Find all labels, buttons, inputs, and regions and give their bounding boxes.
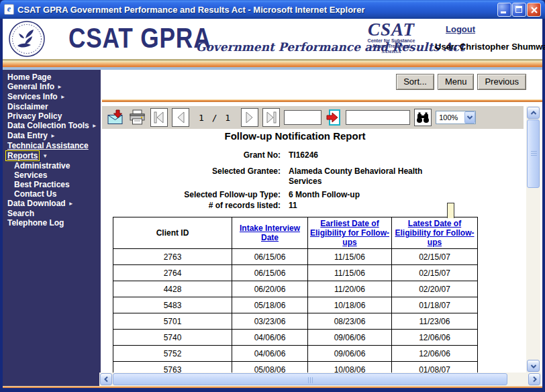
table-cell: 11/15/06 (308, 249, 392, 265)
sidebar-item-general-info[interactable]: General Info► (3, 82, 101, 92)
menu-button[interactable]: Menu (438, 74, 475, 90)
table-cell: 04/06/06 (232, 346, 308, 362)
sidebar-nav: Home PageGeneral Info►Services Info►Disc… (3, 70, 101, 386)
sidebar-item-services[interactable]: Services (3, 170, 101, 180)
page-header: CSAT GPRA Government Performance and Res… (3, 19, 542, 59)
search-button[interactable] (414, 109, 432, 126)
logout-link[interactable]: Logout (446, 24, 475, 34)
export-icon (107, 109, 125, 126)
table-row: 570103/23/0608/23/0611/23/06 (113, 313, 478, 330)
table-row: 574004/06/0609/06/0612/06/06 (113, 330, 478, 346)
column-header-intake-interview-date[interactable]: Intake Interview Date (232, 217, 308, 249)
table-row: 548305/18/0610/18/0601/18/07 (113, 297, 478, 313)
sidebar-item-home-page[interactable]: Home Page (3, 72, 101, 82)
sidebar-item-label: Data Collection Tools (7, 121, 89, 130)
sidebar-item-label: Data Download (7, 199, 66, 208)
csat-logo: CSAT Center for Substance Abuse Treatmen… (364, 21, 419, 55)
goto-page-button[interactable] (326, 109, 342, 126)
zoom-dropdown-button[interactable] (464, 111, 475, 124)
sidebar-item-label: Search (7, 209, 34, 218)
table-cell: 04/06/06 (232, 330, 308, 346)
close-icon (530, 5, 539, 15)
report-meta: Grant No:TI16246Selected Grantee:Alameda… (113, 150, 477, 211)
meta-value: Alameda County Behavioral Health Service… (289, 166, 450, 187)
zoom-select[interactable]: 100% (436, 111, 476, 124)
horizontal-scrollbar[interactable] (99, 373, 541, 386)
scroll-down-icon (530, 364, 537, 369)
sidebar-item-administrative[interactable]: Administrative (3, 161, 101, 170)
sidebar-item-services-info[interactable]: Services Info► (3, 92, 101, 102)
sidebar-item-label: General Info (7, 82, 54, 91)
vertical-scrollbar-thumb[interactable] (527, 119, 540, 188)
meta-value: 6 Month Follow-up (289, 190, 450, 200)
sidebar-item-technical-assistance[interactable]: Technical Assistance (3, 141, 101, 150)
maximize-icon (515, 6, 522, 13)
sidebar-item-search[interactable]: Search (3, 209, 101, 218)
table-row: 276406/15/0611/15/0602/15/07 (113, 265, 478, 281)
scroll-left-button[interactable] (100, 373, 112, 385)
sidebar-item-reports[interactable]: Reports▼ (3, 150, 101, 161)
horizontal-scrollbar-thumb[interactable] (113, 373, 507, 385)
meta-value: 11 (289, 201, 450, 211)
close-button[interactable] (527, 3, 541, 17)
followup-table: Client IDIntake Interview DateEarliest D… (113, 217, 478, 373)
title-bar: e CSAT GPRA Government Performance and R… (0, 0, 545, 19)
scroll-right-icon (532, 376, 537, 383)
page-indicator: 1 / 1 (193, 113, 237, 123)
column-header-earliest-date-of-eligibility-for-follow-ups[interactable]: Earliest Date of Eligibility for Follow-… (308, 217, 392, 249)
sidebar-item-label: Reports (5, 150, 40, 161)
last-page-button[interactable] (262, 108, 280, 127)
table-header-row: Client IDIntake Interview DateEarliest D… (113, 217, 478, 249)
minimize-button[interactable] (497, 3, 511, 17)
prev-page-button[interactable] (172, 108, 189, 127)
sidebar-item-contact-us[interactable]: Contact Us (3, 189, 101, 199)
sort-button[interactable]: Sort... (396, 74, 434, 90)
csat-logo-line1: Center for Substance (364, 38, 419, 44)
table-cell: 4428 (113, 281, 232, 297)
sort-link[interactable]: Intake Interview Date (240, 224, 300, 242)
first-page-button[interactable] (150, 108, 168, 127)
sidebar-item-telephone-log[interactable]: Telephone Log (3, 218, 101, 228)
sidebar-item-label: Technical Assistance (7, 141, 89, 150)
sort-link[interactable]: Earliest Date of Eligibility for Follow-… (310, 219, 389, 247)
sidebar-item-disclaimer[interactable]: Disclaimer (3, 102, 101, 111)
table-cell: 11/15/06 (308, 265, 392, 281)
sidebar-item-best-practices[interactable]: Best Practices (3, 180, 101, 189)
sort-link[interactable]: Latest Date of Eligibility for Follow-up… (395, 219, 475, 247)
sidebar-item-label: Privacy Policy (7, 111, 62, 121)
sidebar-item-data-entry[interactable]: Data Entry► (3, 131, 101, 141)
next-page-button[interactable] (241, 108, 258, 127)
meta-label: Selected Follow-up Type: (113, 190, 281, 200)
sidebar-item-label: Telephone Log (7, 218, 64, 228)
print-button[interactable] (129, 109, 146, 126)
search-input[interactable] (346, 110, 410, 125)
report-viewer: 1 / 1 (101, 106, 542, 386)
dropdown-arrow-icon (466, 115, 473, 120)
sidebar-item-label: Disclaimer (7, 102, 48, 111)
table-cell: 02/15/07 (392, 265, 478, 281)
maximize-button[interactable] (512, 3, 526, 17)
column-header-latest-date-of-eligibility-for-follow-ups[interactable]: Latest Date of Eligibility for Follow-up… (392, 217, 478, 249)
table-cell: 11/20/06 (308, 281, 392, 297)
meta-label: Selected Grantee: (113, 166, 281, 187)
table-cell: 01/18/07 (392, 297, 478, 313)
table-cell: 10/08/06 (308, 362, 392, 373)
csat-logo-line3: SAMHSA (364, 49, 419, 55)
scroll-down-button[interactable] (527, 360, 540, 372)
sidebar-item-data-download[interactable]: Data Download► (3, 199, 101, 209)
sidebar-item-data-collection-tools[interactable]: Data Collection Tools► (3, 121, 101, 131)
chevron-down-icon: ▼ (42, 153, 48, 159)
previous-button[interactable]: Previous (477, 74, 526, 90)
sidebar-item-privacy-policy[interactable]: Privacy Policy (3, 111, 101, 121)
csat-logo-line2: Abuse Treatment (364, 44, 419, 49)
goto-page-input[interactable] (284, 110, 321, 125)
report-actions-strip: Sort...MenuPrevious (101, 70, 542, 99)
export-button[interactable] (107, 109, 125, 126)
vertical-scrollbar[interactable] (526, 106, 540, 373)
table-cell: 11/23/06 (392, 313, 478, 330)
scroll-up-button[interactable] (527, 107, 540, 119)
meta-label: Grant No: (113, 150, 281, 160)
scroll-right-button[interactable] (528, 373, 540, 385)
table-cell: 03/23/06 (232, 313, 308, 330)
meta-value: TI16246 (289, 150, 450, 160)
